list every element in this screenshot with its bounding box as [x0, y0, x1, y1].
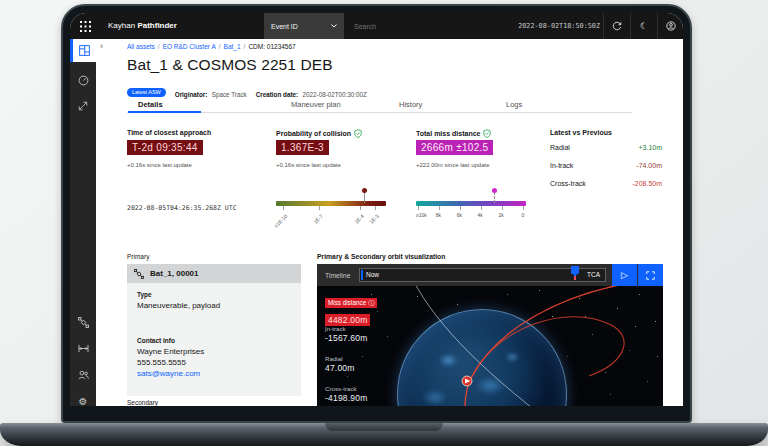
page-title: Bat_1 & COSMOS 2251 DEB	[127, 56, 333, 74]
nav-item-dashboard[interactable]	[70, 39, 96, 62]
user-icon	[666, 21, 676, 31]
people-icon	[78, 370, 89, 380]
radial-stat: Radial 47.00m	[325, 355, 355, 373]
timeline-tca-label: TCA	[587, 269, 600, 281]
lvp-row-cross-track: Cross-track -208.50m	[550, 180, 662, 187]
lvp-in-track-value: -74.00m	[636, 162, 662, 169]
orbit-scene[interactable]: Miss distanceⓘ 4482.00m In-track -1567.6…	[317, 286, 663, 406]
lvp-radial-value: +3.10m	[638, 144, 662, 151]
laptop-screen-bezel: Kayhan Pathfinder Event ID 2022-08-02T18…	[61, 4, 692, 423]
tab-maneuver-plan[interactable]: Maneuver plan	[291, 100, 341, 109]
lvp-cross-track-value: -208.50m	[632, 180, 662, 187]
search-input[interactable]	[354, 13, 499, 39]
breadcrumb-link-cluster[interactable]: EO R&D Cluster A	[163, 43, 216, 50]
main-content: › All assets/EO R&D Cluster A/Bat_1/CDM:…	[96, 39, 683, 406]
latest-vs-previous-title: Latest vs Previous	[550, 129, 612, 136]
gear-icon: ⚙	[79, 397, 88, 406]
latest-asw-badge: Latest ASW	[127, 88, 166, 97]
event-id-dropdown[interactable]: Event ID	[264, 13, 344, 39]
app-title: Kayhan Pathfinder	[108, 13, 177, 39]
laptop-base	[0, 423, 768, 446]
expand-icon	[646, 271, 655, 280]
timeline-slider-handle[interactable]	[571, 266, 579, 274]
contact-phone: 555.555.5555	[137, 357, 291, 368]
timeline-now-label: Now	[366, 269, 379, 281]
lvp-row-in-track: In-track -74.00m	[550, 162, 662, 169]
tca-utc-time: 2022-08-05T04:26:35.268Z UTC	[127, 204, 237, 212]
miss-distance-overlay-label: Miss distanceⓘ	[325, 298, 377, 308]
probability-scale-bar	[276, 201, 386, 206]
event-id-dropdown-label: Event ID	[271, 23, 298, 30]
chevron-down-icon	[331, 24, 337, 28]
breadcrumb: All assets/EO R&D Cluster A/Bat_1/CDM: 0…	[127, 42, 296, 52]
tca-value: T-2d 09:35:44	[127, 140, 203, 155]
orbit-viz-title: Primary & Secondary orbit visualization	[317, 253, 445, 260]
contact-email-link[interactable]: sats@wayne.com	[137, 368, 291, 379]
type-value: Maneuverable, payload	[137, 300, 291, 311]
in-track-stat: In-track -1567.60m	[325, 325, 367, 343]
primary-asset-card: Bat_1, 00001 Type Maneuverable, payload …	[127, 264, 301, 396]
collision-probability-label: Probability of collision	[276, 129, 362, 138]
nav-item-measure[interactable]	[70, 337, 96, 359]
measure-icon	[78, 344, 89, 353]
tab-history[interactable]: History	[399, 100, 422, 109]
cross-track-stat: Cross-track -4198.90m	[325, 385, 367, 403]
info-icon[interactable]: ⓘ	[368, 300, 374, 306]
tab-bar: Details Maneuver plan History Logs	[127, 97, 632, 113]
shield-check-icon	[483, 129, 491, 138]
miss-distance-scale-bar	[416, 201, 526, 206]
satellite-icon	[78, 317, 89, 328]
collision-probability-delta: +0.16s since last update	[276, 162, 341, 168]
refresh-button[interactable]	[603, 13, 630, 39]
orbit-visualization-panel: Timeline Now TCA ▷	[317, 264, 663, 406]
utc-clock: 2022-08-02T18:50:50Z	[500, 13, 600, 39]
collision-probability-value: 1.367E-3	[276, 140, 329, 155]
primary-asset-header[interactable]: Bat_1, 00001	[127, 264, 301, 283]
app-window: Kayhan Pathfinder Event ID 2022-08-02T18…	[70, 13, 683, 406]
contact-info-label: Contact info	[137, 337, 291, 344]
play-icon: ▷	[621, 270, 628, 280]
primary-section-label: Primary	[127, 253, 149, 260]
trend-arrows-icon	[78, 101, 88, 111]
timeline-label: Timeline	[325, 272, 359, 279]
refresh-icon	[612, 21, 622, 31]
tca-delta: +0.16s since last update	[127, 162, 192, 168]
tab-details[interactable]: Details	[138, 100, 163, 109]
collision-probability-gauge: ≤1E-10 1E-7 1E-4 1E-3	[276, 189, 386, 227]
satellite-icon	[134, 269, 144, 279]
top-header-bar: Kayhan Pathfinder Event ID 2022-08-02T18…	[70, 13, 683, 39]
gauge-icon	[78, 75, 89, 86]
nav-item-meter[interactable]	[70, 69, 96, 91]
miss-distance-value: 2666m ±102.5	[416, 140, 493, 155]
nav-item-team[interactable]	[70, 364, 96, 386]
timeline-slider[interactable]: Now TCA	[359, 268, 606, 282]
theme-toggle-button[interactable]: ☾	[630, 13, 657, 39]
nav-item-satellite[interactable]	[70, 311, 96, 333]
active-tab-underline	[128, 111, 201, 113]
tab-logs[interactable]: Logs	[506, 100, 522, 109]
miss-distance-gauge: ≥10k 8k 6k 4k 2k 0	[416, 189, 526, 227]
primary-asset-name: Bat_1, 00001	[150, 269, 198, 278]
panel-expand-chevron[interactable]: ›	[100, 41, 103, 51]
contact-company: Wayne Enterprises	[137, 346, 291, 357]
left-nav-rail: ⚙	[70, 39, 96, 406]
timeline-now-tick	[361, 270, 363, 280]
orbit-viz-toolbar: Timeline Now TCA ▷	[317, 264, 663, 286]
laptop-lid-notch	[325, 423, 443, 431]
play-button[interactable]: ▷	[612, 264, 637, 286]
shield-check-icon	[354, 129, 362, 138]
tca-label: Time of closest approach	[127, 129, 211, 136]
nav-item-trend[interactable]	[70, 95, 96, 117]
desktop-background: { "header": { "brand_light": "Kayhan", "…	[0, 0, 768, 446]
miss-distance-delta: +222.00m since last update	[416, 162, 490, 168]
fullscreen-button[interactable]	[638, 264, 663, 286]
nav-item-settings[interactable]: ⚙	[70, 391, 96, 406]
breadcrumb-link-all-assets[interactable]: All assets	[127, 43, 155, 50]
account-button[interactable]	[657, 13, 683, 39]
breadcrumb-current: CDM: 01234567	[248, 43, 295, 50]
moon-icon: ☾	[640, 21, 648, 31]
app-switcher-icon[interactable]	[79, 20, 91, 32]
miss-distance-label: Total miss distance	[416, 129, 491, 138]
dashboard-icon	[79, 45, 90, 56]
breadcrumb-link-asset[interactable]: Bat_1	[224, 43, 241, 50]
